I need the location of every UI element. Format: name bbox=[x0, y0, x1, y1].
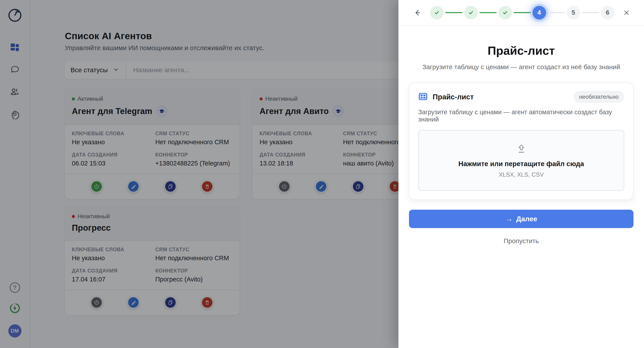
wizard-content: Прайс-лист Загрузите таблицу с ценами — … bbox=[398, 26, 644, 245]
step-connector bbox=[514, 12, 531, 13]
skip-button[interactable]: Пропустить bbox=[409, 237, 634, 245]
dropzone-formats: XLSX, XLS, CSV bbox=[499, 171, 544, 178]
price-list-description: Загрузите таблицу с ценами — агент автом… bbox=[418, 109, 624, 123]
wizard-stepper: 4 5 6 bbox=[398, 0, 644, 26]
step-connector bbox=[445, 12, 462, 13]
price-list-card-title: Прайс-лист bbox=[432, 93, 474, 101]
step-3-complete bbox=[498, 6, 512, 19]
price-list-card: Прайс-лист необязательно Загрузите табли… bbox=[409, 82, 634, 200]
optional-badge: необязательно bbox=[574, 91, 624, 103]
step-4-active: 4 bbox=[532, 6, 546, 19]
step-connector bbox=[480, 12, 496, 13]
back-button[interactable] bbox=[412, 6, 424, 19]
wizard-subtitle: Загрузите таблицу с ценами — агент созда… bbox=[409, 63, 634, 71]
step-connector bbox=[548, 12, 565, 13]
wizard-panel: 4 5 6 Прайс-лист Загрузите таблицу с цен… bbox=[398, 0, 644, 348]
wizard-title: Прайс-лист bbox=[409, 44, 634, 57]
step-indicators: 4 5 6 bbox=[424, 6, 620, 19]
app-root: ? DM Список AI Агентов Управляйте вашими… bbox=[0, 0, 644, 348]
file-dropzone[interactable]: Нажмите или перетащите файл сюда XLSX, X… bbox=[418, 130, 624, 191]
arrow-right-icon: → bbox=[505, 215, 512, 223]
upload-icon bbox=[516, 143, 527, 156]
table-icon bbox=[418, 92, 428, 102]
step-2-complete bbox=[464, 6, 478, 19]
close-icon[interactable] bbox=[620, 6, 632, 19]
step-connector bbox=[582, 12, 599, 13]
dropzone-title: Нажмите или перетащите файл сюда bbox=[458, 160, 584, 168]
step-1-complete bbox=[430, 6, 444, 19]
step-6: 6 bbox=[601, 6, 614, 19]
next-button-label: Далее bbox=[516, 215, 537, 223]
next-button[interactable]: → Далее bbox=[409, 210, 634, 228]
step-5: 5 bbox=[567, 6, 580, 19]
